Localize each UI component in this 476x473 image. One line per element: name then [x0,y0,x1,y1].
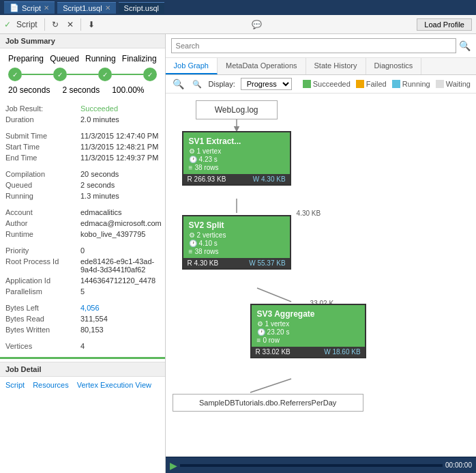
bytes-left-label: Bytes Left [5,304,80,312]
download-button[interactable]: ⬇ [85,18,98,31]
duration-row: Duration 2.0 minutes [5,114,160,125]
submit-time-label: Submit Time [5,132,80,140]
sv2-node[interactable]: SV2 Split ⚙ 2 vertices 🕐 4.10 s ≡ 38 row… [182,215,291,270]
runtime-value: kobo_live_4397795 [80,230,145,238]
sv2-title: SV2 Split [189,220,284,230]
weblog-node[interactable]: WebLog.log [196,100,278,119]
refresh-button[interactable]: ↻ [49,18,61,31]
step-circle-running: ✓ [98,68,112,81]
duration-label: Duration [5,115,80,124]
sv3-vertices: ⚙ 1 vertex [257,320,359,328]
submit-time-row: Submit Time 11/3/2015 12:47:40 PM [5,130,160,141]
end-time-label: End Time [5,154,80,162]
sv3-node[interactable]: SV3 Aggregate ⚙ 1 vertex 🕐 23.20 s ≡ 0 r… [250,304,366,358]
bytes-written-value: 80,153 [80,326,104,334]
legend-waiting: Waiting [436,80,471,88]
job-detail-section: Job Detail Script Resources Vertex Execu… [0,362,165,393]
bottom-bar: ▶ 00:00:00 [166,457,476,473]
step-line-3 [112,74,143,75]
sv3-title: SV3 Aggregate [257,309,359,319]
account-value: edmacalitics [80,208,122,216]
checkmark-icon: ✓ [4,20,11,29]
tab-script1[interactable]: Script1.usql ✕ [57,2,115,14]
rows-icon: ≡ [189,164,193,171]
root-process-id-row: Root Process Id ede81426-e9c1-43ad-9a4d-… [5,256,160,275]
queued-row: Queued 2 seconds [5,180,160,190]
sv3-time: 🕐 23.20 s [257,328,359,336]
step-label-queued: Queued [50,54,79,63]
sv1-rows: ≡ 38 rows [189,164,284,171]
step-circle-finalizing: ✓ [143,68,157,81]
bytes-read-row: Bytes Read 311,554 [5,313,160,324]
step-time-preparing: 20 seconds [8,85,50,95]
title-bar: 📄 Script ✕ Script1.usql ✕ Script.usql [0,0,476,15]
sv1-r-label: R 266.93 KB [188,175,226,183]
tab-script-usql[interactable]: Script.usql [119,2,164,14]
script-button[interactable]: Script [14,18,40,31]
display-select[interactable]: Progress [241,78,292,90]
tab-metadata-operations[interactable]: MetaData Operations [218,58,306,74]
vertices-row: Vertices 4 [5,341,160,352]
parallelism-label: Parallelism [5,287,80,296]
tab-state-history[interactable]: State History [306,58,366,74]
sv2-r-label: R 4.30 KB [188,259,219,267]
legend-succeeded-label: Succeeded [313,80,351,88]
left-panel: Job Summary Preparing Queued Running Fin… [0,34,166,473]
legend-running: Running [392,80,430,88]
step-time-queued: 2 seconds [62,85,100,95]
search-bar: 🔍 [166,34,476,58]
sv2-footer: R 4.30 KB W 55.37 KB [183,258,290,268]
search-input[interactable] [171,38,456,53]
tab-script-panel-label: Script [22,4,41,12]
step-track: ✓ ✓ ✓ ✓ [8,68,157,81]
right-panel: 🔍 Job Graph MetaData Operations State Hi… [166,34,476,473]
zoom-in-button[interactable]: 🔍 [171,78,185,89]
step-times: 20 seconds 2 seconds 100.00% [8,85,157,95]
sv1-w-label: W 4.30 KB [253,175,286,183]
sv1-title: SV1 Extract... [189,137,284,146]
parallelism-row: Parallelism 5 [5,286,160,297]
start-time-label: Start Time [5,143,80,151]
bytes-written-row: Bytes Written 80,153 [5,324,160,335]
step-labels: Preparing Queued Running Finalizing [8,54,157,63]
tab-diagnostics[interactable]: Diagnostics [366,58,422,74]
toolbar: ✓ Script ↻ ✕ ⬇ 💬 Load Profile [0,15,476,34]
tab-job-graph[interactable]: Job Graph [166,58,218,74]
tab-script-panel[interactable]: 📄 Script ✕ [4,1,55,14]
root-process-id-label: Root Process Id [5,257,80,274]
play-button[interactable]: ▶ [170,460,177,471]
priority-label: Priority [5,246,80,255]
stop-button[interactable]: ✕ [64,18,76,31]
output-node[interactable]: SampleDBTutorials.dbo.ReferrersPerDay [173,394,363,412]
message-button[interactable]: 💬 [249,18,265,31]
job-detail-link-script[interactable]: Script [5,381,25,389]
tab-script1-close[interactable]: ✕ [105,4,110,12]
priority-row: Priority 0 [5,245,160,256]
divider6 [5,335,160,341]
sv3-r-label: R 33.02 KB [256,348,291,356]
main-layout: Job Summary Preparing Queued Running Fin… [0,34,476,473]
legend: Succeeded Failed Running Waiting [303,80,471,88]
step-line-1 [22,74,53,75]
tab-bar: Job Graph MetaData Operations State Hist… [166,58,476,75]
sv2-vertices: ⚙ 2 vertices [189,231,284,239]
legend-running-label: Running [402,80,430,88]
application-id-row: Application Id 1446364712120_4478 [5,275,160,286]
job-summary-header: Job Summary [0,34,165,48]
search-icon: 🔍 [459,40,471,51]
tab-script-panel-close[interactable]: ✕ [44,4,49,12]
edge1-label: 4.30 KB [297,210,321,217]
load-profile-button[interactable]: Load Profile [417,18,472,31]
job-detail-link-vertex-execution[interactable]: Vertex Execution View [77,381,151,389]
sv2-rows: ≡ 38 rows [189,248,284,255]
svg-line-2 [257,288,291,302]
zoom-out-button[interactable]: 🔍 [191,80,203,89]
sv1-footer: R 266.93 KB W 4.30 KB [183,174,290,184]
vertex-icon: ⚙ [189,147,195,155]
toolbar-separator [44,18,45,31]
job-detail-link-resources[interactable]: Resources [33,381,69,389]
sv1-node[interactable]: SV1 Extract... ⚙ 1 vertex 🕐 4.23 s ≡ 38 … [182,131,291,186]
info-table: Job Result: Succeeded Duration 2.0 minut… [0,100,165,354]
green-divider [0,357,165,359]
sv1-time: 🕐 4.23 s [189,156,284,163]
